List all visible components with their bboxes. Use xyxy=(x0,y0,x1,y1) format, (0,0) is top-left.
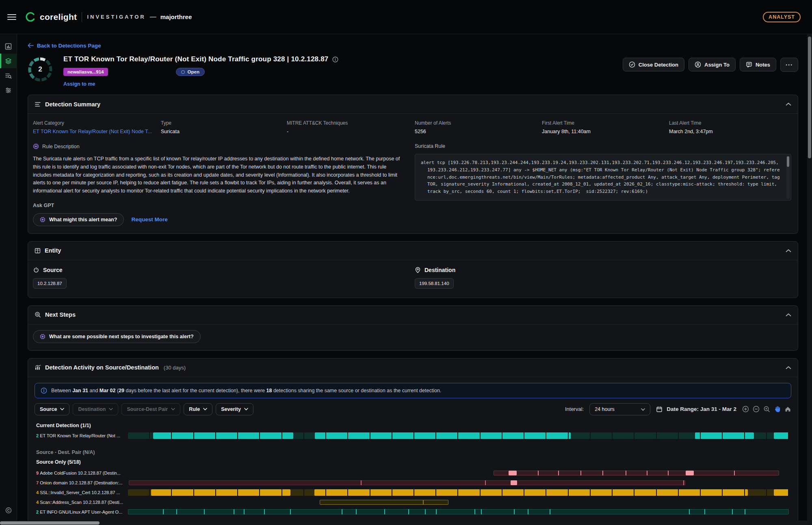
chevron-down-icon xyxy=(641,406,645,412)
sidebar-item-dashboard[interactable] xyxy=(0,39,17,54)
activity-chart-icon xyxy=(35,365,41,370)
destination-ip-chip[interactable]: 199.58.81.140 xyxy=(415,278,454,289)
main-content: Back to Detections Page 2 ET TOR Known T… xyxy=(17,34,812,525)
field-type: Type Suricata xyxy=(161,120,287,134)
scrollbar-thumb[interactable] xyxy=(808,37,811,158)
timeline-row[interactable]: 4SSL::Invalid_Server_Cert 10.2.128.87 ..… xyxy=(36,488,789,497)
chart-tools xyxy=(742,406,791,413)
filter-source-dest-pair[interactable]: Source-Dest Pair xyxy=(121,403,180,415)
assign-to-me-link[interactable]: Assign to me xyxy=(63,81,95,87)
notes-button[interactable]: Notes xyxy=(740,58,776,71)
collapse-chevron-icon[interactable] xyxy=(786,313,791,317)
timeline-row[interactable]: 2ET TOR Known Tor Relay/Router (Not ... xyxy=(36,431,789,441)
chevron-down-icon xyxy=(60,408,64,410)
row-label: 7Onion domain 10.2.128.87 (Destination:.… xyxy=(36,480,128,485)
row-bars[interactable] xyxy=(128,500,789,505)
menu-icon[interactable] xyxy=(7,14,16,20)
row-label: 2ET TOR Known Tor Relay/Router (Not ... xyxy=(36,433,128,438)
entity-icon xyxy=(35,248,41,254)
sidebar-item-about[interactable] xyxy=(0,503,17,518)
copyright-icon xyxy=(5,507,12,514)
scrollbar-thumb[interactable] xyxy=(0,521,100,525)
more-actions-button[interactable]: ··· xyxy=(780,58,798,72)
chevron-down-icon xyxy=(109,408,113,410)
chevron-down-icon xyxy=(203,408,207,410)
code-scrollbar[interactable] xyxy=(786,156,790,199)
risk-score-value: 2 xyxy=(28,57,53,82)
rule-description-label: Rule Description xyxy=(42,144,80,149)
sidebar-item-search[interactable] xyxy=(0,68,17,83)
product-name: INVESTIGATOR xyxy=(87,14,145,20)
entity-source-block: Source 10.2.128.87 xyxy=(33,267,415,289)
suricata-rule-codebox: alert tcp [193.226.78.213,193.23.244.244… xyxy=(415,154,791,201)
group-current-detection: Current Detection (1/1) xyxy=(36,423,789,428)
dashboard-icon xyxy=(5,43,12,50)
detection-summary-card: Detection Summary Alert Category ET TOR … xyxy=(28,95,798,234)
row-bars[interactable] xyxy=(128,432,789,439)
risk-score-gauge: 2 xyxy=(28,57,53,82)
summary-icon xyxy=(35,102,41,107)
nav-divider xyxy=(82,12,82,22)
timeline-row[interactable]: 7Onion domain 10.2.128.87 (Destination:.… xyxy=(36,478,789,488)
suricata-rule-label: Suricata Rule xyxy=(415,143,791,149)
ask-gpt-button[interactable]: What might this alert mean? xyxy=(33,213,124,226)
activity-timeline-chart: Current Detection (1/1) 2ET TOR Known To… xyxy=(28,415,798,525)
chevron-down-icon xyxy=(171,408,175,410)
interval-select[interactable]: 24 hours xyxy=(589,403,650,415)
alias-badge[interactable]: newaliasva...914 xyxy=(63,68,108,76)
timeline-row[interactable]: 2ET INFO GNU/Linux APT User-Agent O... xyxy=(36,507,789,517)
sidebar-item-settings[interactable] xyxy=(0,83,17,97)
filter-rule[interactable]: Rule xyxy=(184,403,212,415)
group-source-dest-pair: Source - Dest. Pair (N/A) xyxy=(36,449,789,455)
collapse-chevron-icon[interactable] xyxy=(786,249,791,253)
brand-logo[interactable]: corelight xyxy=(25,12,77,22)
next-steps-gpt-button[interactable]: What are some possible next steps to inv… xyxy=(33,330,201,343)
back-to-detections-link[interactable]: Back to Detections Page xyxy=(28,43,101,49)
info-icon[interactable] xyxy=(332,56,338,63)
field-first-alert-time: First Alert Time January 8th, 11:40am xyxy=(542,120,669,134)
collapse-chevron-icon[interactable] xyxy=(786,102,791,106)
ask-gpt-label: Ask GPT xyxy=(33,203,415,208)
horizontal-scrollbar[interactable] xyxy=(0,521,807,525)
banner-text: Between Jan 31 and Mar 02 (29 days befor… xyxy=(51,388,441,393)
source-ip-chip[interactable]: 10.2.128.87 xyxy=(33,278,67,289)
back-arrow-icon xyxy=(28,43,34,48)
row-bars[interactable] xyxy=(128,509,789,514)
vertical-scrollbar[interactable] xyxy=(807,34,812,525)
zoom-out-icon[interactable] xyxy=(753,406,760,413)
timeline-row[interactable]: 4Scan::Address_Scan 10.2.128.87 (Desti..… xyxy=(36,497,789,507)
section-title: Detection Summary xyxy=(45,101,100,108)
status-open-icon xyxy=(181,70,185,74)
person-circle-icon xyxy=(695,61,701,68)
request-more-link[interactable]: Request More xyxy=(131,216,167,223)
section-title: Next Steps xyxy=(45,311,76,318)
sidebar-item-detections[interactable] xyxy=(0,54,17,68)
collapse-chevron-icon[interactable] xyxy=(786,366,791,369)
page-title: ET TOR Known Tor Relay/Router (Not Exit)… xyxy=(63,55,328,63)
entity-card: Entity Source 10.2.128.87 xyxy=(28,241,798,298)
next-steps-card: Next Steps What are some possible next s… xyxy=(28,305,798,351)
sidebar xyxy=(0,34,17,525)
role-badge[interactable]: ANALYST xyxy=(763,12,801,22)
row-label: 2ET INFO GNU/Linux APT User-Agent O... xyxy=(36,510,128,514)
timeline-row[interactable]: 9Adobe ColdFusion 10.2.128.87 (Destin... xyxy=(36,468,789,478)
filter-destination[interactable]: Destination xyxy=(73,403,118,415)
activity-toolbar: Source Destination Source-Dest Pair Rule… xyxy=(35,403,791,415)
pan-hand-icon[interactable] xyxy=(774,406,781,413)
filter-source[interactable]: Source xyxy=(35,403,69,415)
gpt-chip-icon xyxy=(40,217,45,223)
suricata-rule-block: Suricata Rule alert tcp [193.226.78.213,… xyxy=(415,143,791,226)
assign-to-button[interactable]: Assign To xyxy=(689,58,736,71)
alert-category-link[interactable]: ET TOR Known Tor Relay/Router (Not Exit)… xyxy=(33,129,161,134)
date-range[interactable]: Date Range: Jan 31 - Mar 2 xyxy=(656,406,736,413)
home-icon[interactable] xyxy=(784,406,791,413)
zoom-in-icon[interactable] xyxy=(742,406,749,413)
close-detection-button[interactable]: Close Detection xyxy=(623,58,684,71)
status-badge[interactable]: Open xyxy=(176,68,205,76)
zoom-select-icon[interactable] xyxy=(763,406,770,413)
row-bars[interactable] xyxy=(128,480,789,485)
row-bars[interactable] xyxy=(128,489,789,496)
filter-severity[interactable]: Severity xyxy=(216,403,253,415)
detection-activity-card: Detection Activity on Source/Destination… xyxy=(28,358,798,525)
row-bars[interactable] xyxy=(128,471,789,475)
